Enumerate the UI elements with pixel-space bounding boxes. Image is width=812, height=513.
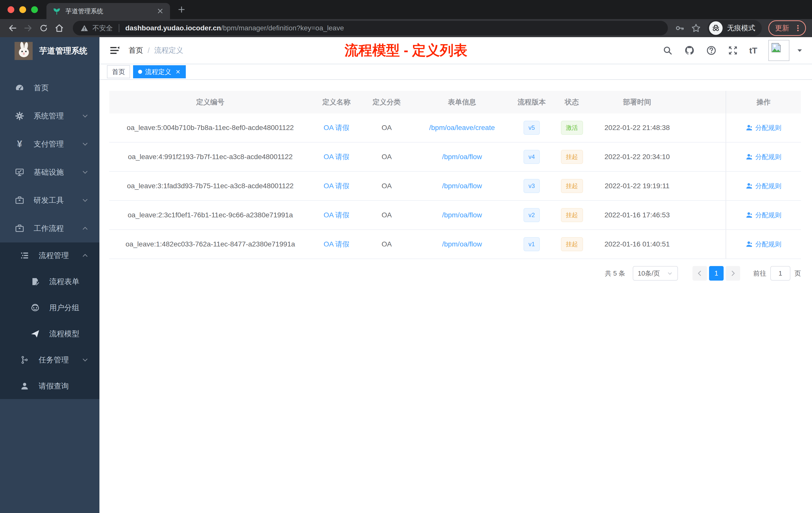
definition-name-cell: OA 请假 [311,172,361,200]
column-header: 流程版本 [512,91,551,114]
prev-page-button[interactable] [693,266,707,280]
sidebar-item-task-mgmt[interactable]: 任务管理 [0,347,99,373]
definition-name-cell: OA 请假 [311,230,361,259]
back-button[interactable] [6,22,19,35]
sidebar-item-label: 流程表单 [49,277,88,287]
definition-id-cell: oa_leave:2:3c1f0ef1-76b1-11ec-9c66-a2380… [109,201,311,230]
column-header: 状态 [551,91,592,114]
browser-tab[interactable]: 芋道管理系统 [47,3,170,19]
sidebar-item-process-form[interactable]: 流程表单 [0,269,99,295]
form-info-link[interactable]: /bpm/oa/flow [442,240,482,248]
help-icon[interactable] [706,45,717,56]
update-button[interactable]: 更新 [768,20,806,36]
sidebar-item-label: 研发工具 [34,195,82,206]
definition-name-link[interactable]: OA 请假 [324,181,349,191]
next-page-button[interactable] [726,266,740,280]
assign-rule-button[interactable]: 分配规则 [746,240,781,249]
definition-name-link[interactable]: OA 请假 [324,239,349,249]
status-badge: 挂起 [561,237,583,251]
status-badge: 挂起 [561,150,583,164]
password-key-icon[interactable] [675,23,685,33]
status-badge: 挂起 [561,208,583,222]
bookmark-star-icon[interactable] [691,23,701,33]
zoom-window-button[interactable] [31,6,38,13]
tab-title: 芋道管理系统 [65,7,152,15]
search-icon[interactable] [662,45,673,56]
form-info-link[interactable]: /bpm/oa/flow [442,153,482,161]
goto-page-input[interactable]: 1 [770,266,790,280]
page-number-button[interactable]: 1 [709,266,724,280]
definition-name-cell: OA 请假 [311,201,361,230]
close-window-button[interactable] [7,6,14,13]
reload-button[interactable] [37,22,50,35]
font-size-icon[interactable]: tT [749,46,757,56]
forward-button[interactable] [22,22,35,35]
caret-down-icon[interactable] [796,47,803,54]
sidebar-item-infra[interactable]: 基础设施 [0,158,99,186]
definition-id-cell: oa_leave:5:004b710b-7b8a-11ec-8ef0-acde4… [109,114,311,142]
chevron-down-icon [82,113,88,119]
assign-rule-button[interactable]: 分配规则 [746,153,781,161]
sidebar-item-user-group[interactable]: 用户分组 [0,295,99,321]
sidebar: 芋道管理系统 首页 系统管理 ¥ 支付管理 [0,37,99,513]
assign-rule-label: 分配规则 [755,182,781,190]
sidebar-item-devtools[interactable]: 研发工具 [0,186,99,214]
page-size-select[interactable]: 10条/页 [633,266,678,280]
sidebar-toggle-icon[interactable] [109,44,120,57]
form-icon [30,277,40,286]
definition-category-cell: OA [361,114,412,142]
tag-process-definition[interactable]: 流程定义 [133,65,186,78]
tags-view-bar: 首页 流程定义 [99,64,812,80]
url-bar[interactable]: 不安全 dashboard.yudao.iocoder.cn/bpm/manag… [73,21,668,35]
fullscreen-icon[interactable] [728,45,738,56]
minimize-window-button[interactable] [19,6,26,13]
definition-name-link[interactable]: OA 请假 [324,123,349,132]
definition-name-link[interactable]: OA 请假 [324,152,349,162]
status-cell: 挂起 [551,201,592,230]
sidebar-item-label: 工作流程 [34,223,82,234]
tag-close-icon[interactable] [175,69,181,74]
assign-rule-button[interactable]: 分配规则 [746,211,781,220]
breadcrumb: 首页 / 流程定义 [128,46,183,56]
sidebar-item-payment[interactable]: ¥ 支付管理 [0,130,99,158]
status-cell: 挂起 [551,230,592,259]
home-button[interactable] [53,22,66,35]
sidebar-item-label: 任务管理 [39,355,82,365]
version-badge: v3 [523,179,540,193]
robot-icon [30,303,40,312]
deploy-time-cell: 2022-01-16 17:46:53 [592,201,682,230]
column-header: 定义名称 [311,91,361,114]
assign-rule-button[interactable]: 分配规则 [746,123,781,132]
definition-category-cell: OA [361,143,412,171]
assign-rule-button[interactable]: 分配规则 [746,182,781,190]
browser-toolbar: 不安全 dashboard.yudao.iocoder.cn/bpm/manag… [0,19,812,37]
new-tab-button[interactable] [175,3,187,16]
sidebar-item-home[interactable]: 首页 [0,74,99,102]
form-info-link[interactable]: /bpm/oa/leave/create [429,124,495,132]
sidebar-item-system[interactable]: 系统管理 [0,102,99,130]
avatar[interactable] [768,40,789,61]
pagination: 共 5 条 10条/页 1 前往 1 页 [99,266,801,280]
definition-name-link[interactable]: OA 请假 [324,210,349,220]
action-cell: 分配规则 [726,114,801,142]
sidebar-item-process-model[interactable]: 流程模型 [0,321,99,347]
tree-icon [20,356,30,364]
sidebar-item-label: 系统管理 [34,111,82,121]
security-label[interactable]: 不安全 [92,24,113,33]
tag-home[interactable]: 首页 [107,65,130,78]
github-icon[interactable] [684,45,695,56]
form-info-link[interactable]: /bpm/oa/flow [442,211,482,219]
sidebar-item-leave-query[interactable]: 请假查询 [0,373,99,399]
kebab-menu-icon[interactable] [794,24,802,32]
tab-close-icon[interactable] [157,8,164,14]
assign-rule-label: 分配规则 [755,123,781,132]
breadcrumb-current: 流程定义 [154,46,183,56]
column-header: 表单信息 [412,91,512,114]
incognito-chip[interactable]: 无痕模式 [707,20,762,36]
url-text[interactable]: dashboard.yudao.iocoder.cn/bpm/manager/d… [125,24,344,32]
sidebar-item-process-mgmt[interactable]: 流程管理 [0,242,99,269]
breadcrumb-home[interactable]: 首页 [128,46,143,56]
sidebar-item-workflow[interactable]: 工作流程 [0,214,99,242]
security-warning-icon[interactable] [80,24,88,32]
form-info-link[interactable]: /bpm/oa/flow [442,182,482,190]
